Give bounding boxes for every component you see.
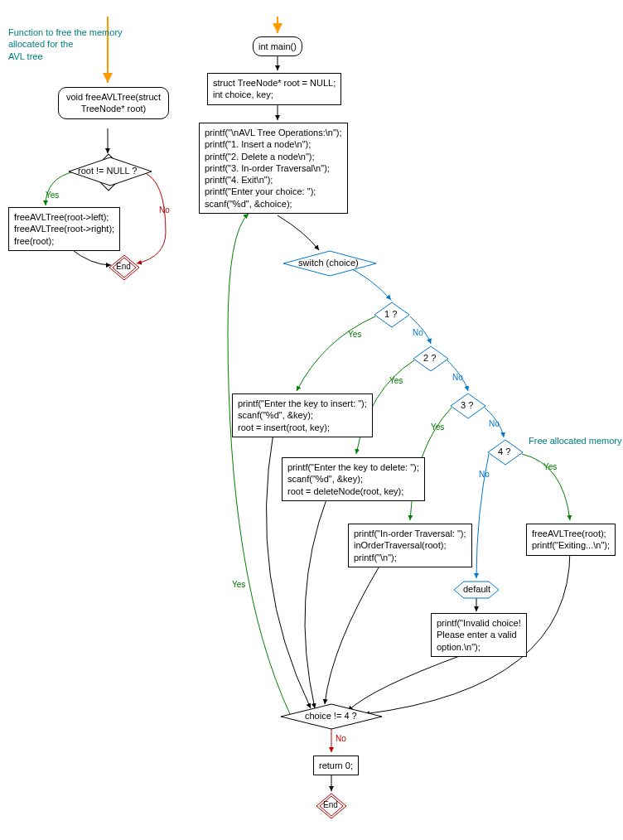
main-func: int main() (253, 36, 302, 56)
free-mem-annotation: Free allocated memory (529, 435, 622, 447)
default-body: printf("Invalid choice! Please enter a v… (431, 613, 527, 657)
free-function-annotation: Function to free the memory allocated fo… (8, 27, 123, 62)
case1-box: printf("Enter the key to insert: "); sca… (232, 393, 373, 437)
no-label-left: No (159, 205, 170, 215)
c2-yes: Yes (389, 376, 403, 385)
menu-box: printf("\nAVL Tree Operations:\n"); prin… (199, 123, 348, 214)
case2-box: printf("Enter the key to delete: "); sca… (282, 457, 425, 501)
c4-no: No (479, 470, 490, 479)
free-func-decl: void freeAVLTree(struct TreeNode* root) (58, 87, 169, 119)
loop-no: No (336, 734, 346, 743)
c3-no: No (489, 419, 500, 428)
c1-no: No (413, 328, 423, 337)
c3-text: 3 ? (461, 400, 473, 410)
c1-yes: Yes (348, 330, 361, 339)
case4-box: freeAVLTree(root); printf("Exiting...\n"… (526, 524, 616, 556)
yes-label-left: Yes (46, 191, 59, 200)
c1-text: 1 ? (384, 309, 397, 319)
switch-text: switch (choice) (298, 258, 359, 268)
default-text: default (463, 584, 490, 594)
c4-yes: Yes (543, 462, 557, 471)
loop-yes: Yes (232, 580, 245, 589)
c3-yes: Yes (431, 422, 444, 432)
end-text-right: End (323, 800, 338, 809)
decl-box: struct TreeNode* root = NULL; int choice… (207, 73, 341, 105)
loopcond-text: choice != 4 ? (305, 711, 357, 721)
end-text-left: End (116, 262, 131, 271)
case3-box: printf("In-order Traversal: "); inOrderT… (348, 524, 472, 567)
c4-text: 4 ? (498, 447, 510, 456)
return-box: return 0; (313, 756, 359, 775)
root-null-text: root != NULL ? (78, 166, 137, 176)
free-body: freeAVLTree(root->left); freeAVLTree(roo… (8, 207, 120, 251)
c2-no: No (452, 373, 463, 382)
c2-text: 2 ? (423, 353, 436, 363)
